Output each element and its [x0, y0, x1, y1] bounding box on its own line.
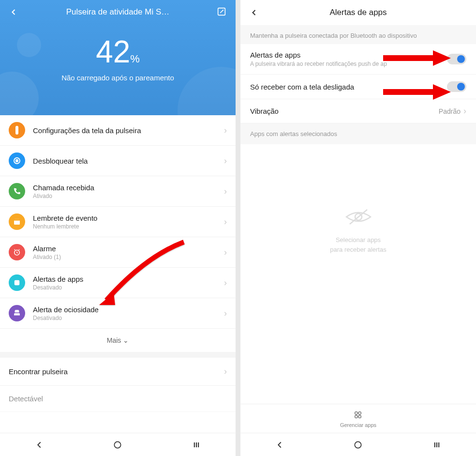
row-call[interactable]: Chamada recebida Ativado ›	[0, 176, 236, 207]
section-header: Apps com alertas selecionados	[240, 123, 476, 144]
chevron-right-icon: ›	[224, 308, 227, 319]
nav-back-button[interactable]	[25, 440, 54, 450]
row-value: Padrão	[439, 107, 461, 115]
row-title: Alerta de ociosidade	[33, 305, 224, 314]
row-title: Alarme	[33, 244, 224, 253]
percent-sign: %	[130, 53, 140, 65]
svg-line-14	[350, 210, 367, 224]
svg-rect-7	[15, 280, 20, 286]
empty-text-line2: para receber alertas	[240, 245, 476, 255]
row-title: Alertas de apps	[33, 275, 224, 283]
back-button[interactable]	[248, 7, 260, 18]
app-icon	[9, 274, 25, 291]
phone-right: Alertas de apps Mantenha a pulseira cone…	[240, 0, 476, 456]
chevron-right-icon: ›	[224, 186, 227, 197]
toggle-switch[interactable]	[447, 54, 466, 64]
row-title: Alertas de apps	[250, 51, 442, 59]
chevron-right-icon: ›	[224, 247, 227, 258]
apps-icon	[353, 410, 364, 421]
row-find-band[interactable]: Encontrar pulseira ›	[0, 358, 236, 386]
row-subtitle: Ativado (1)	[33, 254, 224, 260]
chevron-right-icon: ›	[224, 125, 227, 136]
row-vibration[interactable]: Vibração Padrão ›	[240, 99, 476, 123]
header: Alertas de apps	[240, 0, 476, 25]
chevron-down-icon: ⌄	[123, 336, 129, 344]
eye-off-icon	[240, 207, 476, 228]
row-app-alerts-toggle[interactable]: Alertas de apps A pulseira vibrará ao re…	[240, 44, 476, 75]
band-icon	[9, 122, 25, 138]
bottom-bar-label: Gerenciar apps	[340, 422, 376, 428]
nav-home-button[interactable]	[103, 440, 132, 450]
back-button[interactable]	[8, 6, 19, 18]
android-navbar	[240, 433, 476, 456]
phone-left: Pulseira de atividade Mi S… 42% Não carr…	[0, 0, 236, 456]
row-subtitle: Desativado	[33, 315, 224, 321]
lock-icon	[9, 152, 25, 169]
edit-button[interactable]	[216, 6, 228, 18]
row-unlock[interactable]: Desbloquear tela ›	[0, 146, 236, 176]
row-title: Configurações da tela da pulseira	[33, 126, 224, 135]
battery-display: 42% Não carregado após o pareamento	[0, 34, 236, 82]
svg-point-18	[358, 415, 361, 418]
page-title: Pulseira de atividade Mi S…	[19, 7, 216, 17]
chevron-right-icon: ›	[224, 156, 227, 166]
section-gap	[0, 352, 236, 358]
row-subtitle: Ativado	[33, 193, 224, 199]
row-subtitle: Desativado	[33, 284, 224, 291]
battery-value: 42	[96, 34, 130, 70]
empty-state: Selecionar apps para receber alertas	[240, 144, 476, 254]
alarm-icon	[9, 244, 25, 260]
row-alarm[interactable]: Alarme Ativado (1) ›	[0, 237, 236, 268]
svg-point-19	[355, 441, 361, 448]
battery-subtitle: Não carregado após o pareamento	[0, 74, 236, 82]
row-screen-settings[interactable]: Configurações da tela da pulseira ›	[0, 115, 236, 146]
row-subtitle: Nenhum lembrete	[33, 223, 224, 230]
svg-point-3	[16, 160, 18, 162]
chevron-right-icon: ›	[224, 217, 227, 227]
chevron-right-icon: ›	[224, 366, 227, 377]
row-detectable[interactable]: Detectável	[0, 386, 236, 412]
manage-apps-button[interactable]: Gerenciar apps	[240, 404, 476, 433]
chair-icon	[9, 305, 25, 321]
settings-list: Configurações da tela da pulseira › Desb…	[0, 115, 236, 412]
row-title: Lembrete de evento	[33, 214, 224, 222]
phone-icon	[9, 183, 25, 199]
chevron-right-icon: ›	[224, 278, 227, 288]
nav-home-button[interactable]	[343, 440, 372, 450]
more-label: Mais	[107, 336, 121, 344]
row-title: Chamada recebida	[33, 183, 224, 192]
row-screen-off-toggle[interactable]: Só receber com a tela desligada	[240, 75, 476, 99]
svg-point-17	[355, 415, 357, 418]
row-idle[interactable]: Alerta de ociosidade Desativado ›	[0, 298, 236, 329]
row-title: Desbloquear tela	[33, 157, 224, 165]
hint-text: Mantenha a pulseira conectada por Blueto…	[240, 25, 476, 44]
chevron-right-icon: ›	[463, 106, 466, 116]
nav-recents-button[interactable]	[182, 440, 211, 450]
calendar-icon	[9, 213, 25, 230]
row-title: Encontrar pulseira	[9, 367, 68, 376]
row-subtitle: A pulseira vibrará ao receber notificaçõ…	[250, 61, 442, 67]
svg-point-15	[355, 411, 357, 414]
svg-point-16	[358, 411, 361, 414]
android-navbar	[0, 433, 236, 456]
row-title: Só receber com a tela desligada	[250, 83, 442, 91]
row-event[interactable]: Lembrete de evento Nenhum lembrete ›	[0, 207, 236, 237]
row-app-alerts[interactable]: Alertas de apps Desativado ›	[0, 268, 236, 298]
nav-back-button[interactable]	[265, 440, 294, 450]
row-title: Vibração	[250, 107, 434, 115]
row-title: Detectável	[9, 395, 43, 403]
svg-point-8	[115, 441, 121, 448]
svg-rect-5	[14, 219, 20, 221]
toggle-switch[interactable]	[447, 81, 466, 92]
topbar: Pulseira de atividade Mi S…	[0, 0, 236, 24]
empty-text-line1: Selecionar apps	[240, 235, 476, 245]
nav-recents-button[interactable]	[422, 440, 451, 450]
more-button[interactable]: Mais ⌄	[0, 329, 236, 352]
svg-rect-1	[15, 126, 18, 135]
page-title: Alertas de apps	[260, 8, 457, 17]
header-blue: Pulseira de atividade Mi S… 42% Não carr…	[0, 0, 236, 115]
